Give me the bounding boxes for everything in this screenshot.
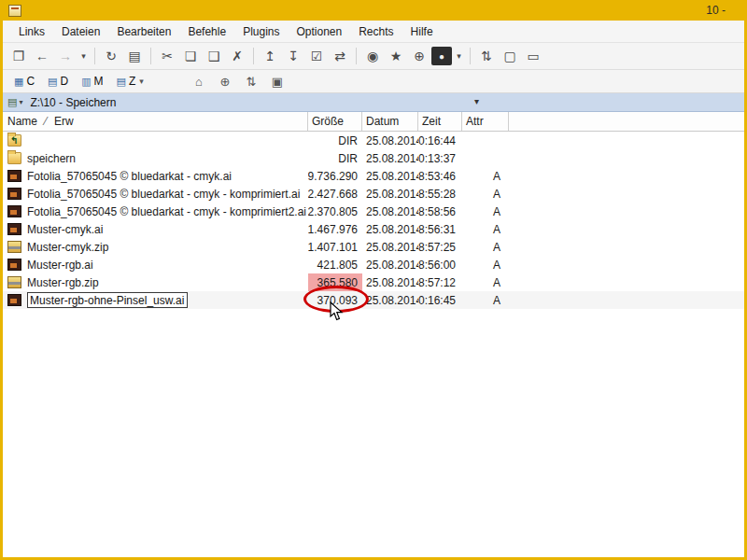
- ai-file-icon: [7, 170, 21, 182]
- file-size: 1.467.976: [308, 220, 362, 238]
- zip-file-icon: [7, 241, 21, 253]
- file-row-updir[interactable]: ↰ DIR 25.08.2014 10:16:44: [3, 132, 744, 149]
- back-icon[interactable]: ←: [31, 46, 53, 67]
- app-icon[interactable]: [8, 5, 21, 17]
- file-row[interactable]: Fotolia_57065045 © bluedarkat - cmyk - k…: [3, 203, 744, 220]
- drive-c-icon: ▦: [14, 76, 23, 88]
- tools-icon[interactable]: ▣: [267, 72, 288, 91]
- drive-z-icon: ▤: [117, 76, 126, 88]
- refresh-icon[interactable]: ↻: [100, 46, 122, 67]
- drive-z-label: Z: [129, 75, 135, 88]
- file-attr: A: [462, 238, 509, 256]
- menu-optionen[interactable]: Optionen: [289, 22, 351, 41]
- path-bar[interactable]: ▤ ▾ Z:\10 - Speichern ▾: [3, 93, 744, 112]
- file-time: 08:55:28: [418, 185, 462, 203]
- file-row[interactable]: Muster-rgb.zip 365.580 25.08.2014 08:57:…: [3, 273, 744, 291]
- column-header-filler: [509, 112, 744, 131]
- file-size: 1.407.101: [308, 238, 362, 256]
- toolbar-separator: [470, 48, 471, 64]
- search-icon[interactable]: ◉: [361, 46, 384, 67]
- menu-dateien[interactable]: Dateien: [53, 22, 108, 41]
- file-name: Fotolia_57065045 © bluedarkat - cmyk - k…: [27, 188, 300, 201]
- views-icon[interactable]: ▤: [123, 46, 146, 67]
- file-size: DIR: [308, 149, 362, 167]
- drive-button-m[interactable]: ▥ M: [76, 72, 108, 91]
- pack-icon[interactable]: ↥: [259, 46, 281, 67]
- cut-icon[interactable]: ✂: [156, 46, 178, 67]
- ai-file-icon: [7, 259, 21, 271]
- new-window-icon[interactable]: ❐: [7, 46, 30, 67]
- menu-befehle[interactable]: Befehle: [179, 22, 234, 41]
- file-time: 08:57:25: [418, 238, 462, 256]
- path-history-dropdown-icon[interactable]: ▾: [474, 96, 479, 106]
- window-title: 10 -: [706, 4, 739, 17]
- menu-bearbeiten[interactable]: Bearbeiten: [108, 22, 179, 41]
- drive-z-dropdown-icon[interactable]: ▾: [139, 77, 144, 86]
- toolbar-separator: [253, 48, 254, 64]
- favorites-icon[interactable]: ★: [385, 46, 407, 67]
- cd-dropdown-icon[interactable]: ▾: [453, 46, 465, 67]
- toolbar-separator: [356, 48, 357, 64]
- file-date: 25.08.2014: [362, 256, 418, 273]
- column-header-attr[interactable]: Attr: [462, 112, 509, 131]
- column-header-size[interactable]: Größe: [308, 112, 362, 131]
- drive-button-c[interactable]: ▦ C: [8, 72, 40, 91]
- file-size: 2.370.805: [308, 203, 362, 220]
- drive-d-icon: ▤: [48, 76, 57, 88]
- column-header-time[interactable]: Zeit: [418, 112, 462, 131]
- file-row[interactable]: Fotolia_57065045 © bluedarkat - cmyk.ai …: [3, 167, 744, 185]
- transfer-icon[interactable]: ⇅: [241, 72, 261, 91]
- remote-desktop-icon[interactable]: ▢: [499, 46, 521, 67]
- ai-file-icon: [7, 223, 21, 235]
- drivebar-extras: ⌂ ⊕ ⇅ ▣: [189, 72, 288, 91]
- file-row[interactable]: Muster-rgb.ai 421.805 25.08.2014 08:56:0…: [3, 256, 744, 273]
- paste-icon[interactable]: ❑: [203, 46, 225, 67]
- ftp-icon[interactable]: ⇅: [475, 46, 498, 67]
- file-date: 25.08.2014: [362, 273, 418, 291]
- main-toolbar: ❐ ← → ▾ ↻ ▤ ✂ ❏ ❑ ✗ ↥ ↧ ☑ ⇄ ◉ ★ ⊕ ● ▾ ⇅ …: [3, 43, 744, 70]
- file-date: 25.08.2014: [362, 149, 418, 167]
- menu-plugins[interactable]: Plugins: [234, 22, 288, 41]
- file-date: 25.08.2014: [362, 203, 418, 220]
- column-header-date[interactable]: Datum: [362, 112, 418, 131]
- copy-icon[interactable]: ❏: [179, 46, 202, 67]
- drive-button-d[interactable]: ▤ D: [42, 72, 74, 91]
- file-row[interactable]: Muster-cmyk.ai 1.467.976 25.08.2014 08:5…: [3, 220, 744, 238]
- verify-archive-icon[interactable]: ☑: [305, 46, 328, 67]
- file-row[interactable]: Fotolia_57065045 © bluedarkat - cmyk - k…: [3, 185, 744, 203]
- file-row[interactable]: Muster-cmyk.zip 1.407.101 25.08.2014 08:…: [3, 238, 744, 256]
- cd-burn-icon[interactable]: ●: [431, 47, 452, 65]
- file-size: 421.805: [308, 256, 362, 273]
- file-name: Muster-cmyk.ai: [27, 223, 103, 236]
- network-icon[interactable]: ⊕: [215, 72, 235, 91]
- device-dropdown-icon[interactable]: ▾: [19, 98, 22, 106]
- forward-icon[interactable]: →: [54, 46, 77, 67]
- menubar: Links Dateien Bearbeiten Befehle Plugins…: [3, 21, 744, 43]
- file-row-renaming[interactable]: 370.093 25.08.2014 10:16:45 A: [3, 291, 744, 309]
- print-icon[interactable]: ▭: [522, 46, 544, 67]
- file-attr: A: [462, 273, 509, 291]
- toolbar-separator: [150, 48, 151, 64]
- file-date: 25.08.2014: [362, 132, 418, 149]
- sync-dirs-icon[interactable]: ⇄: [329, 46, 351, 67]
- menu-hilfe[interactable]: Hilfe: [402, 22, 442, 41]
- unpack-icon[interactable]: ↧: [282, 46, 304, 67]
- history-dropdown-icon[interactable]: ▾: [78, 46, 90, 67]
- home-icon[interactable]: ⌂: [189, 72, 209, 91]
- file-time: 08:56:31: [418, 220, 462, 238]
- rename-input[interactable]: [27, 292, 188, 308]
- zip-file-icon: [7, 276, 21, 288]
- file-size: 2.427.668: [308, 185, 362, 203]
- delete-icon[interactable]: ✗: [226, 46, 248, 67]
- file-name: Fotolia_57065045 © bluedarkat - cmyk.ai: [27, 170, 232, 183]
- file-list-panel: Name ⁄ Erw Größe Datum Zeit Attr ↰ DIR 2…: [3, 112, 744, 557]
- column-header-name[interactable]: Name ⁄ Erw: [3, 112, 308, 131]
- file-row[interactable]: speichern DIR 25.08.2014 10:13:37: [3, 149, 744, 167]
- menu-rechts[interactable]: Rechts: [350, 22, 402, 41]
- drive-button-z[interactable]: ▤ Z ▾: [111, 72, 149, 91]
- menu-links[interactable]: Links: [10, 22, 53, 41]
- file-name: speichern: [27, 152, 76, 165]
- network-drive-icon[interactable]: ⊕: [408, 46, 430, 67]
- file-time: 10:16:44: [418, 132, 462, 149]
- sort-indicator-icon: ⁄: [45, 115, 47, 128]
